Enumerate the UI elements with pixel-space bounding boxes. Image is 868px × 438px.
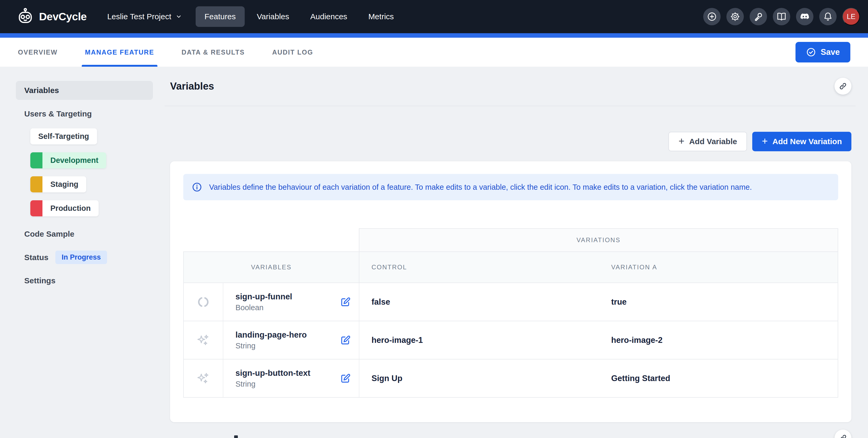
primary-nav: Features Variables Audiences Metrics	[196, 6, 403, 27]
variations-group-header: VARIATIONS	[359, 228, 838, 251]
nav-item-metrics[interactable]: Metrics	[360, 6, 403, 27]
save-button[interactable]: Save	[796, 42, 850, 63]
variation-a-value[interactable]: Getting Started	[599, 360, 839, 397]
variable-name-block: landing-page-hero String	[236, 330, 339, 350]
plus-icon: +	[678, 136, 684, 146]
notifications-bell-button[interactable]	[819, 8, 837, 25]
variable-type: String	[236, 380, 339, 389]
tab-overview[interactable]: OVERVIEW	[15, 38, 61, 67]
link-icon	[838, 434, 847, 438]
variables-section: Variables + Add Variable + Add New Varia…	[164, 67, 856, 438]
variable-name: landing-page-hero	[236, 330, 339, 340]
staging-color-swatch	[30, 176, 42, 192]
sidebar-item-variables[interactable]: Variables	[16, 81, 153, 100]
variations-group-row: VARIATIONS	[183, 228, 838, 251]
feature-progress-bar	[0, 33, 868, 38]
user-avatar[interactable]: LE	[842, 8, 860, 25]
chevron-down-icon	[176, 13, 182, 20]
development-color-swatch	[30, 152, 42, 168]
variables-actions: + Add Variable + Add New Variation	[164, 132, 856, 151]
top-navigation: DevCycle Leslie Test Project Features Va…	[0, 0, 868, 33]
docs-book-button[interactable]	[773, 8, 790, 25]
add-variable-button[interactable]: + Add Variable	[669, 132, 747, 151]
string-type-sparkles-icon	[196, 372, 210, 385]
variable-type-cell	[184, 321, 223, 359]
sidebar-item-environment-development[interactable]: Development	[30, 152, 106, 168]
variable-name-block: sign-up-funnel Boolean	[236, 292, 339, 312]
sidebar-item-users-targeting[interactable]: Users & Targeting	[16, 109, 153, 118]
docs-book-icon	[776, 11, 786, 22]
next-section-peek	[164, 430, 856, 438]
devcycle-brand[interactable]: DevCycle	[16, 7, 87, 26]
edit-variable-button[interactable]	[339, 334, 351, 346]
feature-tabs-bar: OVERVIEW MANAGE FEATURE DATA & RESULTS A…	[0, 38, 868, 67]
edit-pencil-icon	[340, 373, 351, 384]
add-variable-label: Add Variable	[689, 137, 737, 146]
table-header-row: VARIABLES CONTROL VARIATION A	[183, 251, 838, 283]
sidebar-item-settings[interactable]: Settings	[16, 276, 153, 285]
variable-type-cell	[184, 283, 223, 321]
variation-a-value[interactable]: true	[599, 283, 839, 321]
table-row: landing-page-hero String hero-image-1 he…	[183, 321, 838, 360]
add-new-variation-label: Add New Variation	[773, 137, 842, 146]
nav-item-audiences[interactable]: Audiences	[301, 6, 356, 27]
info-banner-text: Variables define the behaviour of each v…	[209, 183, 752, 192]
variable-name-block: sign-up-button-text String	[236, 368, 339, 389]
variables-card: Variables define the behaviour of each v…	[170, 161, 851, 422]
tab-audit-log[interactable]: AUDIT LOG	[269, 38, 316, 67]
group-spacer	[183, 228, 359, 251]
api-keys-button[interactable]	[750, 8, 767, 25]
status-label: Status	[16, 253, 49, 262]
control-value[interactable]: Sign Up	[360, 360, 599, 397]
page-title: Variables	[170, 81, 214, 92]
control-value[interactable]: hero-image-1	[360, 321, 599, 359]
save-button-label: Save	[821, 47, 840, 57]
settings-gear-button[interactable]	[726, 8, 744, 25]
variable-name-cell: landing-page-hero String	[223, 321, 360, 359]
column-header-variation-a: VARIATION A	[599, 252, 839, 282]
section-link-button[interactable]	[835, 430, 851, 438]
edit-variable-button[interactable]	[339, 296, 351, 308]
tab-data-results[interactable]: DATA & RESULTS	[179, 38, 248, 67]
discord-button[interactable]	[796, 8, 813, 25]
sidebar-item-code-sample[interactable]: Code Sample	[16, 230, 153, 238]
development-label: Development	[42, 152, 106, 168]
manage-feature-page: Variables Users & Targeting Self-Targeti…	[0, 67, 868, 438]
project-selector[interactable]: Leslie Test Project	[106, 12, 184, 21]
project-selector-label: Leslie Test Project	[107, 12, 172, 21]
info-banner: Variables define the behaviour of each v…	[183, 174, 838, 200]
variable-type: String	[236, 341, 339, 350]
nav-item-variables[interactable]: Variables	[248, 6, 298, 27]
nav-item-features[interactable]: Features	[196, 6, 245, 27]
table-row: sign-up-button-text String Sign Up Getti…	[183, 360, 838, 398]
brand-name: DevCycle	[39, 10, 87, 23]
string-type-sparkles-icon	[196, 333, 210, 347]
edit-pencil-icon	[340, 335, 351, 346]
sidebar-item-self-targeting[interactable]: Self-Targeting	[30, 128, 97, 144]
check-circle-icon	[806, 47, 816, 57]
next-section-heading-peek	[234, 435, 238, 438]
edit-variable-button[interactable]	[339, 372, 351, 384]
sidebar-item-status: Status In Progress	[16, 250, 153, 264]
status-badge[interactable]: In Progress	[55, 250, 107, 264]
environment-list: Self-Targeting Development Staging Produ…	[16, 128, 153, 216]
link-icon	[838, 82, 847, 91]
settings-gear-icon	[730, 11, 740, 22]
tab-manage-feature[interactable]: MANAGE FEATURE	[82, 38, 157, 67]
add-circle-button[interactable]	[703, 8, 721, 25]
add-new-variation-button[interactable]: + Add New Variation	[752, 132, 851, 151]
control-value[interactable]: false	[360, 283, 599, 321]
feature-sidebar: Variables Users & Targeting Self-Targeti…	[16, 81, 153, 285]
variation-a-value[interactable]: hero-image-2	[599, 321, 839, 359]
table-row: sign-up-funnel Boolean false true	[183, 283, 838, 321]
sidebar-item-environment-staging[interactable]: Staging	[30, 176, 86, 192]
variable-name-cell: sign-up-funnel Boolean	[223, 283, 360, 321]
sidebar-item-environment-production[interactable]: Production	[30, 200, 99, 216]
section-link-button[interactable]	[835, 78, 851, 95]
variable-type: Boolean	[236, 303, 339, 312]
info-icon	[192, 182, 202, 192]
column-header-control: CONTROL	[360, 252, 599, 282]
production-label: Production	[42, 200, 99, 216]
api-keys-key-icon	[753, 11, 763, 22]
variable-name: sign-up-funnel	[236, 292, 339, 302]
